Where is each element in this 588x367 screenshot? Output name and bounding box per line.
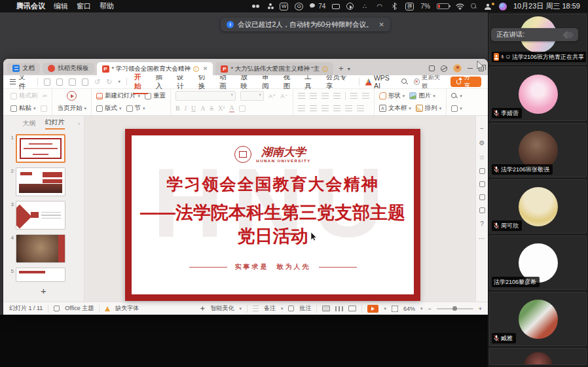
ribbon-tab-review[interactable]: 审阅 [261, 73, 276, 91]
zoom-in-button[interactable]: + [479, 306, 482, 312]
share-nodes-icon[interactable] [265, 3, 273, 10]
layout-mode-icon[interactable] [429, 65, 435, 71]
font-color-button[interactable]: A [229, 104, 234, 113]
ribbon-tab-tools[interactable]: 工具 [303, 73, 319, 91]
normal-view-icon[interactable] [322, 306, 330, 311]
collapse-strip-icon[interactable]: − [480, 125, 484, 132]
favorites-star-icon[interactable]: ☆ [479, 154, 485, 161]
properties-icon[interactable]: ⚙ [479, 139, 485, 147]
notes-button[interactable]: 备注 [264, 304, 276, 313]
banner-close-icon[interactable]: ✕ [379, 21, 384, 28]
reader-pane-icon[interactable] [479, 207, 485, 213]
wifi-icon[interactable] [456, 3, 464, 10]
align-right-icon[interactable] [322, 105, 329, 111]
slides-tab[interactable]: 幻灯片 [45, 118, 65, 130]
play-from-current-button[interactable]: 当页开始▾ [57, 104, 86, 113]
keystroke-dots-icon[interactable]: ∴ [360, 3, 369, 10]
theme-label[interactable]: Office 主题 [65, 304, 94, 313]
pinyin-input-icon[interactable]: 拼 [405, 3, 414, 10]
print-icon[interactable] [69, 79, 75, 86]
ribbon-tab-design[interactable]: 设计 [175, 73, 191, 91]
slide-thumbnail-2[interactable] [16, 167, 65, 196]
cut-button[interactable]: ✂ [43, 92, 48, 99]
menubar-app-name[interactable]: 腾讯会议 [16, 1, 45, 11]
menubar-item-help[interactable]: 帮助 [100, 1, 114, 11]
slide-thumbnail-5[interactable] [16, 268, 65, 282]
shapes-button[interactable]: 形状▾ [379, 92, 405, 100]
undo-icon[interactable]: ↺ [94, 78, 100, 86]
columns-icon[interactable] [350, 93, 358, 99]
fullscreen-icon[interactable] [392, 306, 398, 312]
g-app-icon[interactable]: G [295, 3, 303, 10]
menubar-item-edit[interactable]: 编辑 [54, 1, 68, 11]
output-icon[interactable] [56, 79, 63, 86]
current-slide[interactable]: HNU 湖南大学 HUNAN UNIVERSITY 学习领会全国教育大会精神 —… [125, 129, 420, 301]
line-spacing-icon[interactable] [362, 93, 369, 99]
wps-menubar-icon[interactable]: W [280, 3, 288, 10]
comments-button[interactable]: 批注 [299, 304, 311, 313]
italic-button[interactable]: I [185, 105, 187, 112]
distribute-icon[interactable] [345, 105, 352, 111]
decrease-font-button[interactable]: A⁻ [280, 92, 287, 99]
ribbon-tab-member[interactable]: 会员专享 [325, 73, 353, 91]
format-painter-button[interactable]: 格式刷 [10, 92, 38, 100]
collapse-panel-icon[interactable]: ‹ [78, 120, 80, 127]
menubar-clock[interactable]: 10月23日 周三 18:59 [513, 1, 580, 11]
minimize-button[interactable] [468, 68, 473, 69]
slide-thumbnail-4[interactable] [16, 234, 65, 263]
picture-button[interactable]: 图片▾ [409, 92, 435, 100]
globe-icon[interactable] [441, 65, 447, 72]
beautify-button[interactable]: 智能美化 [210, 304, 234, 313]
font-size-select[interactable] [240, 91, 264, 101]
quickbar-caret-icon[interactable]: ▾ [118, 79, 120, 84]
slide-sorter-view-icon[interactable] [335, 306, 343, 311]
zoom-level[interactable]: 64% [403, 306, 415, 312]
ribbon-tab-transition[interactable]: 切换 [196, 73, 212, 91]
add-slide-button[interactable]: + [3, 285, 84, 296]
superscript-button[interactable]: X² [218, 105, 225, 112]
participant-tile[interactable]: 法学2106黎彦希 [489, 236, 587, 290]
char-border-button[interactable]: A [200, 105, 205, 112]
text-direction-icon[interactable] [357, 105, 364, 111]
slide-thumbnail-1[interactable] [16, 134, 65, 163]
menubar-item-window[interactable]: 窗口 [77, 1, 91, 11]
ribbon-tab-view[interactable]: 视图 [282, 73, 298, 91]
ribbon-tab-home[interactable]: 开始 [133, 73, 149, 91]
tab-other-presentation[interactable]: P * 大力弘扬伟大爱国主义精神 “主 ! [215, 62, 333, 75]
update-failed-status[interactable]: ✕ 更新失败 [414, 73, 444, 90]
paste-button[interactable]: 粘贴▾ [10, 104, 36, 113]
zoom-slider[interactable] [437, 308, 473, 309]
increase-indent-icon[interactable] [333, 93, 340, 99]
siri-icon[interactable] [499, 3, 507, 10]
increase-font-button[interactable]: A⁺ [268, 92, 276, 99]
user-status-icon[interactable] [484, 3, 492, 10]
account-avatar[interactable] [453, 64, 462, 73]
decrease-indent-icon[interactable] [322, 93, 329, 99]
ribbon-tab-animation[interactable]: 动画 [218, 73, 234, 91]
tab-current-presentation[interactable]: P * 学习领会全国教育大会精神 ! ✕ [97, 62, 213, 75]
wps-ai-button[interactable]: WPS AI [365, 74, 396, 90]
play-circle-icon[interactable] [346, 3, 354, 10]
slide-thumbnail-3[interactable] [16, 201, 65, 230]
copy-icon[interactable] [41, 105, 47, 112]
arrange-button[interactable]: 排列▾ [416, 104, 442, 113]
new-tab-button[interactable]: + [339, 63, 344, 73]
bluetooth-icon[interactable] [390, 3, 399, 10]
participant-tile[interactable]: 臧雅 [489, 292, 587, 346]
missing-font-label[interactable]: 缺失字体 [115, 304, 139, 313]
spotlight-search-icon[interactable] [471, 3, 477, 10]
zoom-out-button[interactable]: − [428, 306, 431, 312]
clip-pane-icon[interactable] [479, 194, 485, 200]
outline-tab[interactable]: 大纲 [23, 119, 36, 128]
highlight-color-icon[interactable] [239, 105, 246, 112]
zoom-slider-knob[interactable] [452, 306, 457, 311]
airplay-fan-icon[interactable]: ◠ [375, 3, 384, 10]
more-icon[interactable]: ⋯ [479, 235, 485, 242]
redo-icon[interactable]: ↻ [106, 78, 112, 86]
numbered-list-icon[interactable] [310, 93, 317, 99]
wechat-icon[interactable]: 74 [310, 3, 325, 10]
ribbon-search-icon[interactable] [401, 79, 407, 85]
tab-close-icon[interactable]: ✕ [203, 65, 208, 72]
preview-icon[interactable] [82, 79, 88, 86]
binoculars-icon[interactable] [249, 3, 258, 10]
